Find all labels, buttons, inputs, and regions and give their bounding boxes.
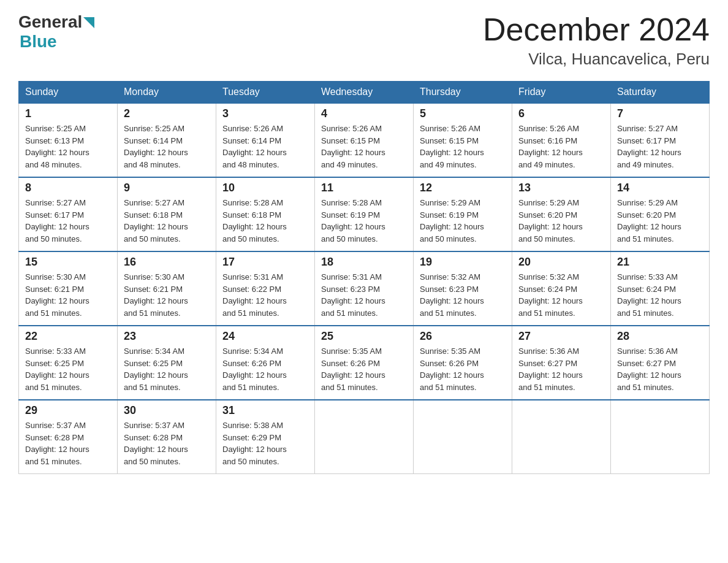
calendar-cell: 4 Sunrise: 5:26 AMSunset: 6:15 PMDayligh… — [315, 103, 414, 177]
day-number: 15 — [25, 256, 111, 269]
day-info: Sunrise: 5:34 AMSunset: 6:26 PMDaylight:… — [222, 347, 287, 392]
day-number: 24 — [222, 330, 308, 343]
calendar-cell: 28 Sunrise: 5:36 AMSunset: 6:27 PMDaylig… — [611, 326, 710, 400]
day-info: Sunrise: 5:35 AMSunset: 6:26 PMDaylight:… — [420, 347, 484, 392]
calendar-week-row: 29 Sunrise: 5:37 AMSunset: 6:28 PMDaylig… — [19, 400, 710, 474]
day-number: 1 — [25, 107, 111, 120]
calendar-cell: 27 Sunrise: 5:36 AMSunset: 6:27 PMDaylig… — [512, 326, 611, 400]
day-number: 31 — [222, 404, 308, 417]
header-friday: Friday — [512, 82, 611, 104]
day-info: Sunrise: 5:33 AMSunset: 6:25 PMDaylight:… — [25, 347, 89, 392]
calendar-cell: 5 Sunrise: 5:26 AMSunset: 6:15 PMDayligh… — [414, 103, 512, 177]
day-number: 29 — [25, 404, 111, 417]
header-sunday: Sunday — [19, 82, 118, 104]
calendar-cell: 29 Sunrise: 5:37 AMSunset: 6:28 PMDaylig… — [19, 400, 118, 474]
header-tuesday: Tuesday — [216, 82, 315, 104]
calendar-cell: 26 Sunrise: 5:35 AMSunset: 6:26 PMDaylig… — [414, 326, 512, 400]
calendar-week-row: 8 Sunrise: 5:27 AMSunset: 6:17 PMDayligh… — [19, 177, 710, 251]
calendar-cell: 30 Sunrise: 5:37 AMSunset: 6:28 PMDaylig… — [118, 400, 216, 474]
calendar-week-row: 15 Sunrise: 5:30 AMSunset: 6:21 PMDaylig… — [19, 251, 710, 326]
day-info: Sunrise: 5:29 AMSunset: 6:20 PMDaylight:… — [617, 198, 681, 243]
calendar-cell: 13 Sunrise: 5:29 AMSunset: 6:20 PMDaylig… — [512, 177, 611, 251]
calendar-cell: 20 Sunrise: 5:32 AMSunset: 6:24 PMDaylig… — [512, 251, 611, 326]
day-number: 30 — [124, 404, 210, 417]
calendar-cell: 2 Sunrise: 5:25 AMSunset: 6:14 PMDayligh… — [118, 103, 216, 177]
day-info: Sunrise: 5:30 AMSunset: 6:21 PMDaylight:… — [25, 272, 89, 318]
day-info: Sunrise: 5:27 AMSunset: 6:17 PMDaylight:… — [25, 198, 89, 243]
calendar-cell — [512, 400, 611, 474]
day-info: Sunrise: 5:37 AMSunset: 6:28 PMDaylight:… — [25, 421, 89, 466]
day-number: 13 — [518, 182, 604, 194]
calendar-header-row: SundayMondayTuesdayWednesdayThursdayFrid… — [19, 82, 710, 104]
calendar-cell: 31 Sunrise: 5:38 AMSunset: 6:29 PMDaylig… — [216, 400, 315, 474]
day-number: 21 — [617, 256, 703, 269]
calendar-cell: 14 Sunrise: 5:29 AMSunset: 6:20 PMDaylig… — [611, 177, 710, 251]
svg-marker-0 — [83, 17, 94, 28]
day-number: 14 — [617, 182, 703, 194]
day-number: 12 — [420, 182, 506, 194]
calendar-cell: 3 Sunrise: 5:26 AMSunset: 6:14 PMDayligh… — [216, 103, 315, 177]
day-info: Sunrise: 5:25 AMSunset: 6:13 PMDaylight:… — [25, 124, 89, 169]
calendar-cell: 8 Sunrise: 5:27 AMSunset: 6:17 PMDayligh… — [19, 177, 118, 251]
page-header: General Blue December 2024 Vilca, Huanca… — [18, 12, 710, 69]
day-number: 22 — [25, 330, 111, 343]
day-number: 25 — [321, 330, 407, 343]
day-info: Sunrise: 5:31 AMSunset: 6:22 PMDaylight:… — [222, 272, 287, 318]
day-info: Sunrise: 5:30 AMSunset: 6:21 PMDaylight:… — [124, 272, 188, 318]
day-number: 17 — [222, 256, 308, 269]
day-info: Sunrise: 5:36 AMSunset: 6:27 PMDaylight:… — [518, 347, 583, 392]
day-info: Sunrise: 5:27 AMSunset: 6:18 PMDaylight:… — [124, 198, 188, 243]
day-number: 11 — [321, 182, 407, 194]
header-thursday: Thursday — [414, 82, 512, 104]
calendar-table: SundayMondayTuesdayWednesdayThursdayFrid… — [18, 81, 710, 474]
calendar-week-row: 1 Sunrise: 5:25 AMSunset: 6:13 PMDayligh… — [19, 103, 710, 177]
day-info: Sunrise: 5:26 AMSunset: 6:16 PMDaylight:… — [518, 124, 583, 169]
day-number: 20 — [518, 256, 604, 269]
day-info: Sunrise: 5:28 AMSunset: 6:19 PMDaylight:… — [321, 198, 385, 243]
day-info: Sunrise: 5:33 AMSunset: 6:24 PMDaylight:… — [617, 272, 681, 318]
day-info: Sunrise: 5:35 AMSunset: 6:26 PMDaylight:… — [321, 347, 385, 392]
day-info: Sunrise: 5:26 AMSunset: 6:15 PMDaylight:… — [321, 124, 385, 169]
day-number: 9 — [124, 182, 210, 194]
day-number: 26 — [420, 330, 506, 343]
day-number: 10 — [222, 182, 308, 194]
calendar-cell — [414, 400, 512, 474]
month-title: December 2024 — [483, 12, 710, 47]
logo-general-text: General — [18, 12, 82, 32]
calendar-cell: 10 Sunrise: 5:28 AMSunset: 6:18 PMDaylig… — [216, 177, 315, 251]
day-info: Sunrise: 5:38 AMSunset: 6:29 PMDaylight:… — [222, 421, 287, 466]
header-monday: Monday — [118, 82, 216, 104]
day-info: Sunrise: 5:34 AMSunset: 6:25 PMDaylight:… — [124, 347, 188, 392]
day-info: Sunrise: 5:36 AMSunset: 6:27 PMDaylight:… — [617, 347, 681, 392]
day-info: Sunrise: 5:31 AMSunset: 6:23 PMDaylight:… — [321, 272, 385, 318]
day-number: 27 — [518, 330, 604, 343]
calendar-cell: 17 Sunrise: 5:31 AMSunset: 6:22 PMDaylig… — [216, 251, 315, 326]
calendar-week-row: 22 Sunrise: 5:33 AMSunset: 6:25 PMDaylig… — [19, 326, 710, 400]
logo: General Blue — [18, 12, 94, 52]
day-info: Sunrise: 5:37 AMSunset: 6:28 PMDaylight:… — [124, 421, 188, 466]
title-section: December 2024 Vilca, Huancavelica, Peru — [483, 12, 710, 69]
calendar-cell — [315, 400, 414, 474]
location-title: Vilca, Huancavelica, Peru — [483, 50, 710, 69]
day-number: 7 — [617, 107, 703, 120]
day-number: 23 — [124, 330, 210, 343]
calendar-cell — [611, 400, 710, 474]
day-info: Sunrise: 5:32 AMSunset: 6:23 PMDaylight:… — [420, 272, 484, 318]
day-number: 18 — [321, 256, 407, 269]
logo-arrow-icon — [83, 17, 94, 28]
day-number: 28 — [617, 330, 703, 343]
day-number: 5 — [420, 107, 506, 120]
logo-blue-text: Blue — [20, 32, 94, 52]
calendar-cell: 18 Sunrise: 5:31 AMSunset: 6:23 PMDaylig… — [315, 251, 414, 326]
day-info: Sunrise: 5:26 AMSunset: 6:15 PMDaylight:… — [420, 124, 484, 169]
day-info: Sunrise: 5:27 AMSunset: 6:17 PMDaylight:… — [617, 124, 681, 169]
calendar-cell: 1 Sunrise: 5:25 AMSunset: 6:13 PMDayligh… — [19, 103, 118, 177]
calendar-cell: 25 Sunrise: 5:35 AMSunset: 6:26 PMDaylig… — [315, 326, 414, 400]
day-info: Sunrise: 5:32 AMSunset: 6:24 PMDaylight:… — [518, 272, 583, 318]
day-number: 3 — [222, 107, 308, 120]
calendar-cell: 19 Sunrise: 5:32 AMSunset: 6:23 PMDaylig… — [414, 251, 512, 326]
day-info: Sunrise: 5:29 AMSunset: 6:20 PMDaylight:… — [518, 198, 583, 243]
day-number: 6 — [518, 107, 604, 120]
calendar-cell: 7 Sunrise: 5:27 AMSunset: 6:17 PMDayligh… — [611, 103, 710, 177]
calendar-cell: 24 Sunrise: 5:34 AMSunset: 6:26 PMDaylig… — [216, 326, 315, 400]
